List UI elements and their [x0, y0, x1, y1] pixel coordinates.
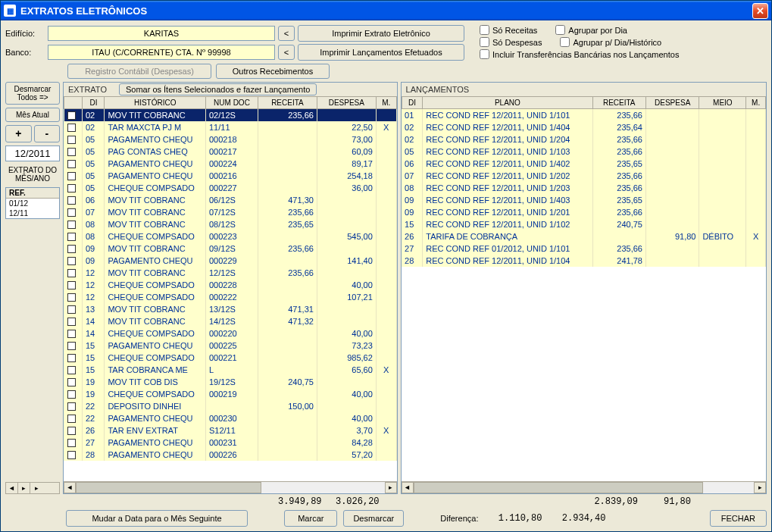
row-checkbox[interactable]: [67, 233, 76, 241]
table-row[interactable]: 14CHEQUE COMPSADO00022040,00: [64, 327, 397, 340]
col-plano[interactable]: PLANO: [423, 97, 592, 109]
mes-atual-button[interactable]: Mês Atual: [5, 108, 60, 122]
row-checkbox[interactable]: [67, 269, 76, 277]
ref-item[interactable]: 12/11: [6, 208, 59, 218]
marcar-button[interactable]: Marcar: [284, 510, 337, 527]
table-row[interactable]: 08REC COND REF 12/2011, UNID 1/203235,66: [402, 182, 765, 194]
table-row[interactable]: 08CHEQUE COMPSADO000223545,00: [64, 230, 397, 243]
col-di[interactable]: DI: [402, 97, 423, 109]
registro-contabil-button[interactable]: Registro Contábil (Despesas): [67, 64, 211, 79]
table-row[interactable]: 15TAR COBRANCA MEL65,60X: [64, 364, 397, 376]
banco-back-button[interactable]: <: [278, 45, 295, 60]
cb-incluir-transf[interactable]: Incluir Transferências Bancárias nos Lan…: [480, 49, 679, 59]
row-checkbox[interactable]: [67, 305, 76, 314]
cb-agrupar-dia[interactable]: Agrupar por Dia: [555, 25, 627, 35]
col-rec[interactable]: RECEITA: [592, 97, 645, 109]
col-m[interactable]: M.: [376, 97, 396, 109]
minus-button[interactable]: -: [34, 125, 61, 142]
table-row[interactable]: 09REC COND REF 12/2011, UNID 1/403235,65: [402, 194, 765, 206]
row-checkbox[interactable]: [67, 390, 76, 399]
row-checkbox[interactable]: [67, 111, 76, 120]
table-row[interactable]: 05PAGAMENTO CHEQU000216254,18: [64, 170, 397, 182]
row-checkbox[interactable]: [67, 402, 76, 411]
extrato-hscroll[interactable]: ◄▸: [64, 481, 397, 493]
row-checkbox[interactable]: [67, 366, 76, 374]
row-checkbox[interactable]: [67, 136, 76, 144]
col-hist[interactable]: HISTÓRICO: [105, 97, 206, 109]
print-lanc-button[interactable]: Imprimir Lançamentos Efetuados: [298, 44, 464, 61]
row-checkbox[interactable]: [67, 281, 76, 289]
table-row[interactable]: 09REC COND REF 12/2011, UNID 1/201235,66: [402, 206, 765, 218]
row-checkbox[interactable]: [67, 245, 76, 253]
close-button[interactable]: ✕: [752, 3, 768, 19]
table-row[interactable]: 26TARIFA DE COBRANÇA91,80DÉBITOX: [402, 230, 765, 243]
col-num[interactable]: NUM DOC: [205, 97, 258, 109]
table-row[interactable]: 28PAGAMENTO CHEQU00022657,20: [64, 449, 397, 461]
table-row[interactable]: 26TAR ENV EXTRATS12/113,70X: [64, 424, 397, 437]
col-rec[interactable]: RECEITA: [258, 97, 317, 109]
row-checkbox[interactable]: [67, 196, 76, 205]
table-row[interactable]: 27REC COND REF 01/2012, UNID 1/101235,66: [402, 243, 765, 255]
lanc-grid[interactable]: DI PLANO RECEITA DESPESA MEIO M. 01REC C…: [402, 96, 766, 481]
table-row[interactable]: 12CHEQUE COMPSADO000222107,21: [64, 291, 397, 303]
table-row[interactable]: 05PAGAMENTO CHEQU00022489,17: [64, 158, 397, 170]
row-checkbox[interactable]: [67, 293, 76, 302]
print-extrato-button[interactable]: Imprimir Extrato Eletrônico: [298, 25, 464, 42]
row-checkbox[interactable]: [67, 330, 76, 338]
table-row[interactable]: 22PAGAMENTO CHEQU00023040,00: [64, 412, 397, 424]
table-row[interactable]: 08MOV TIT COBRANC08/12S235,65: [64, 218, 397, 230]
fechar-button[interactable]: FECHAR: [710, 510, 767, 527]
table-row[interactable]: 13MOV TIT COBRANC13/12S471,31: [64, 303, 397, 315]
table-row[interactable]: 07MOV TIT COBRANC07/12S235,66: [64, 206, 397, 218]
table-row[interactable]: 09MOV TIT COBRANC09/12S235,66: [64, 243, 397, 255]
edificio-field[interactable]: KARITAS: [48, 26, 275, 41]
table-row[interactable]: 09PAGAMENTO CHEQU000229141,40: [64, 255, 397, 267]
row-checkbox[interactable]: [67, 427, 76, 435]
row-checkbox[interactable]: [67, 415, 76, 423]
col-m[interactable]: M.: [746, 97, 766, 109]
row-checkbox[interactable]: [67, 160, 76, 168]
table-row[interactable]: 05CHEQUE COMPSADO00022736,00: [64, 182, 397, 194]
table-row[interactable]: 05PAG CONTAS CHEQ00021760,09: [64, 146, 397, 158]
table-row[interactable]: 28REC COND REF 12/2011, UNID 1/104241,78: [402, 255, 765, 267]
cb-so-despesas[interactable]: Só Despesas: [480, 37, 542, 47]
row-checkbox[interactable]: [67, 124, 76, 132]
table-row[interactable]: 12MOV TIT COBRANC12/12S235,66: [64, 267, 397, 279]
table-row[interactable]: 06REC COND REF 12/2011, UNID 1/402235,65: [402, 158, 765, 170]
sidebar-scroll[interactable]: ◄▸▸: [5, 482, 60, 494]
somar-button[interactable]: Somar os Ítens Selecionados e fazer Lanç…: [119, 83, 317, 95]
table-row[interactable]: 19CHEQUE COMPSADO00021940,00: [64, 388, 397, 400]
lanc-hscroll[interactable]: ◄▸: [402, 481, 766, 493]
row-checkbox[interactable]: [67, 451, 76, 459]
table-row[interactable]: 02MOV TIT COBRANC02/12S235,66: [64, 109, 397, 122]
col-desp[interactable]: DESPESA: [645, 97, 699, 109]
desmarcar-button[interactable]: Desmarcar: [343, 510, 404, 527]
table-row[interactable]: 27PAGAMENTO CHEQU00023184,28: [64, 437, 397, 449]
table-row[interactable]: 15CHEQUE COMPSADO000221985,62: [64, 352, 397, 364]
cb-so-receitas[interactable]: Só Receitas: [480, 25, 537, 35]
outros-recebimentos-button[interactable]: Outros Recebimentos: [216, 64, 330, 79]
row-checkbox[interactable]: [67, 148, 76, 156]
table-row[interactable]: 15REC COND REF 12/2011, UNID 1/102240,75: [402, 218, 765, 230]
row-checkbox[interactable]: [67, 208, 76, 217]
row-checkbox[interactable]: [67, 439, 76, 447]
table-row[interactable]: 05REC COND REF 12/2011, UNID 1/103235,66: [402, 146, 765, 158]
table-row[interactable]: 19MOV TIT COB DIS19/12S240,75: [64, 376, 397, 388]
table-row[interactable]: 15PAGAMENTO CHEQU00022573,23: [64, 340, 397, 352]
table-row[interactable]: 22DEPOSITO DINHEI150,00: [64, 400, 397, 412]
table-row[interactable]: 02REC COND REF 12/2011, UNID 1/404235,64: [402, 121, 765, 133]
extrato-grid[interactable]: DI HISTÓRICO NUM DOC RECEITA DESPESA M. …: [64, 96, 397, 481]
edificio-back-button[interactable]: <: [278, 26, 295, 41]
table-row[interactable]: 05PAGAMENTO CHEQU00021873,00: [64, 133, 397, 146]
mudar-data-button[interactable]: Mudar a Data para o Mês Seguinte: [66, 510, 248, 527]
row-checkbox[interactable]: [67, 354, 76, 362]
plus-button[interactable]: +: [5, 125, 32, 142]
col-desp[interactable]: DESPESA: [317, 97, 376, 109]
row-checkbox[interactable]: [67, 257, 76, 265]
row-checkbox[interactable]: [67, 221, 76, 229]
table-row[interactable]: 02REC COND REF 12/2011, UNID 1/204235,66: [402, 133, 765, 146]
table-row[interactable]: 07REC COND REF 12/2011, UNID 1/202235,66: [402, 170, 765, 182]
col-meio[interactable]: MEIO: [699, 97, 746, 109]
table-row[interactable]: 01REC COND REF 12/2011, UNID 1/101235,66: [402, 109, 765, 121]
row-checkbox[interactable]: [67, 184, 76, 192]
